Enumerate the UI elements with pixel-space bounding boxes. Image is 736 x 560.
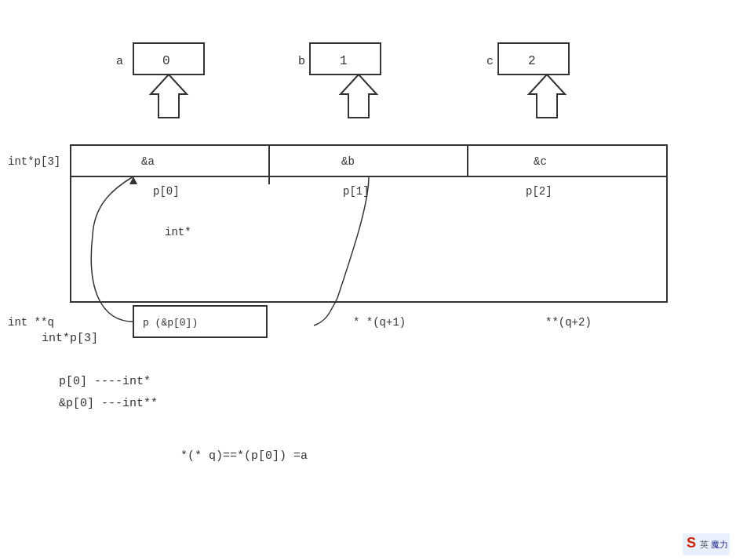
svg-marker-5 bbox=[341, 75, 377, 118]
svg-text:*(* q)==*(p[0])  =a: *(* q)==*(p[0]) =a bbox=[180, 449, 308, 463]
svg-text:b: b bbox=[298, 55, 305, 68]
svg-text:p[0]: p[0] bbox=[153, 185, 180, 198]
svg-text:&a: &a bbox=[141, 155, 155, 168]
svg-text:英: 英 bbox=[700, 540, 709, 549]
svg-text:p[1]: p[1] bbox=[343, 185, 370, 198]
svg-text:&b: &b bbox=[341, 155, 355, 168]
svg-rect-34 bbox=[683, 533, 730, 555]
svg-text:&c: &c bbox=[534, 155, 547, 168]
svg-rect-0 bbox=[71, 145, 667, 302]
svg-text:**(q+2): **(q+2) bbox=[545, 316, 592, 329]
svg-text:int*: int* bbox=[165, 226, 191, 238]
svg-text:p[0] ----int*: p[0] ----int* bbox=[59, 375, 151, 388]
svg-text:0: 0 bbox=[162, 54, 170, 68]
svg-text:c: c bbox=[486, 55, 494, 68]
svg-text:S: S bbox=[687, 535, 696, 551]
svg-text:int **q: int **q bbox=[8, 316, 54, 329]
svg-text:p (&p[0]): p (&p[0]) bbox=[143, 317, 198, 329]
svg-marker-12 bbox=[129, 176, 137, 184]
svg-text:&p[0] ---int**: &p[0] ---int** bbox=[59, 397, 158, 410]
svg-rect-11 bbox=[133, 306, 267, 337]
svg-text:2: 2 bbox=[528, 54, 536, 68]
svg-text:a: a bbox=[116, 55, 123, 68]
svg-rect-2 bbox=[310, 43, 381, 75]
svg-text:1: 1 bbox=[340, 54, 348, 68]
svg-rect-1 bbox=[133, 43, 204, 75]
svg-text:int*p[3]: int*p[3] bbox=[8, 155, 60, 168]
int-label: int*p[3] bbox=[42, 332, 98, 345]
svg-text:p[2]: p[2] bbox=[526, 185, 552, 198]
svg-marker-4 bbox=[151, 75, 187, 118]
svg-rect-3 bbox=[498, 43, 569, 75]
svg-text:魔力: 魔力 bbox=[711, 540, 728, 549]
svg-marker-6 bbox=[529, 75, 565, 118]
svg-text:* *(q+1): * *(q+1) bbox=[353, 316, 406, 329]
